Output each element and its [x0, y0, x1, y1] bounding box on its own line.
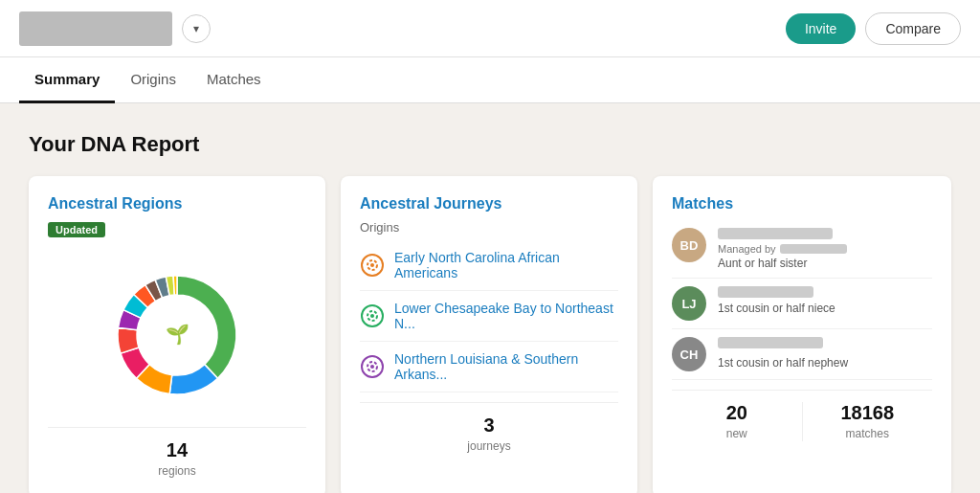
matches-total-item: 18168 matches	[803, 402, 933, 441]
journeys-card-title: Ancestral Journeys	[360, 195, 618, 213]
journeys-count-item: 3 journeys	[467, 415, 510, 454]
match-item-2[interactable]: LJ 1st cousin or half niece	[672, 279, 932, 329]
chevron-down-icon: ▾	[193, 22, 199, 35]
journey-link-2[interactable]: Lower Chesapeake Bay to Northeast N...	[394, 301, 618, 331]
avatar-bd: BD	[672, 228, 706, 262]
matches-card-title: Matches	[672, 195, 932, 213]
tab-matches[interactable]: Matches	[191, 57, 277, 103]
matches-new-count: 20	[672, 402, 802, 424]
journey-item-1[interactable]: Early North Carolina African Americans	[360, 240, 618, 291]
managed-name-bar	[780, 244, 847, 254]
journeys-subtitle: Origins	[360, 220, 618, 235]
donut-chart: 🌱	[48, 258, 306, 412]
match-managed-1: Managed by	[718, 243, 932, 255]
tab-origins[interactable]: Origins	[115, 57, 191, 103]
journeys-card-footer: 3 journeys	[360, 402, 618, 454]
journey-link-1[interactable]: Early North Carolina African Americans	[394, 250, 618, 280]
svg-point-8	[370, 365, 374, 369]
journeys-label: journeys	[467, 439, 510, 453]
invite-button[interactable]: Invite	[786, 13, 856, 44]
match-item-3[interactable]: CH 1st cousin or half nephew	[672, 329, 932, 380]
avatar-lj: LJ	[672, 286, 706, 321]
updated-badge: Updated	[48, 222, 105, 237]
match-name-bar-1	[718, 228, 833, 239]
match-name-bar-2	[718, 286, 813, 298]
matches-card-footer: 20 new 18168 matches	[672, 390, 932, 441]
avatar-ch: CH	[672, 337, 706, 371]
header-left: ▾	[19, 11, 211, 46]
tab-summary[interactable]: Summary	[19, 57, 115, 103]
journey-icon-2	[360, 303, 385, 328]
journey-item-3[interactable]: Northern Louisiana & Southern Arkans...	[360, 342, 618, 392]
match-relation-2: 1st cousin or half niece	[718, 302, 932, 315]
journey-link-3[interactable]: Northern Louisiana & Southern Arkans...	[394, 351, 618, 382]
match-info-1: Managed by Aunt or half sister	[718, 228, 932, 270]
regions-count: 14	[158, 439, 195, 461]
regions-count-item: 14 regions	[158, 439, 195, 479]
regions-label: regions	[158, 464, 195, 478]
avatar-initials-bd: BD	[680, 238, 699, 253]
nav-tabs: Summary Origins Matches	[0, 57, 980, 103]
compare-button[interactable]: Compare	[865, 12, 961, 45]
regions-card-footer: 14 regions	[48, 427, 306, 479]
dropdown-button[interactable]: ▾	[182, 14, 211, 43]
logo	[19, 11, 172, 46]
svg-point-5	[370, 314, 374, 318]
page-title: Your DNA Report	[29, 132, 951, 157]
journey-item-2[interactable]: Lower Chesapeake Bay to Northeast N...	[360, 291, 618, 342]
avatar-initials-lj: LJ	[681, 297, 696, 311]
match-relation-1: Aunt or half sister	[718, 257, 932, 270]
match-relation-3: 1st cousin or half nephew	[718, 356, 932, 370]
donut-svg: 🌱	[100, 258, 254, 412]
ancestral-regions-card: Ancestral Regions Updated 🌱 14 regions	[29, 176, 325, 493]
avatar-initials-ch: CH	[680, 347, 699, 362]
match-name-bar-3	[718, 337, 823, 348]
journeys-count: 3	[467, 415, 510, 437]
matches-new-label: new	[726, 427, 747, 440]
matches-total-label: matches	[846, 427, 889, 440]
journey-icon-1	[360, 253, 385, 278]
matches-total-count: 18168	[803, 402, 933, 424]
journey-icon-3	[360, 354, 385, 379]
match-info-3: 1st cousin or half nephew	[718, 337, 932, 370]
main-content: Your DNA Report Ancestral Regions Update…	[0, 103, 980, 493]
ancestral-journeys-card: Ancestral Journeys Origins Early North C…	[341, 176, 637, 493]
managed-by-label: Managed by	[718, 243, 776, 255]
matches-new-item: 20 new	[672, 402, 803, 441]
matches-card: Matches BD Managed by Aunt or half siste…	[653, 176, 951, 493]
match-info-2: 1st cousin or half niece	[718, 286, 932, 315]
svg-point-2	[370, 263, 374, 267]
cards-row: Ancestral Regions Updated 🌱 14 regions A…	[29, 176, 951, 493]
donut-center-icon: 🌱	[166, 323, 189, 346]
regions-card-title: Ancestral Regions	[48, 195, 306, 213]
match-item-1[interactable]: BD Managed by Aunt or half sister	[672, 220, 932, 279]
header: ▾ Invite Compare	[0, 0, 980, 57]
header-right: Invite Compare	[786, 12, 961, 45]
